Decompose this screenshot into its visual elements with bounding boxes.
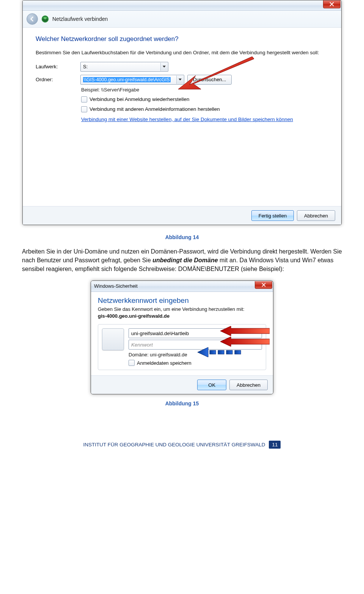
page-footer: INSTITUT FÜR GEOGRAPHIE UND GEOLOGIE UNI… [22,441,342,449]
svg-rect-2 [218,350,224,354]
security-heading: Netzwerkkennwort eingeben [98,296,266,305]
drive-value: S: [83,64,88,69]
reconnect-label: Verbindung bei Anmeldung wiederherstelle… [89,96,189,102]
website-link[interactable]: Verbindung mit einer Website herstellen,… [81,116,293,123]
credentials-box: uni-greifswald.de\Hartleib Kennwort Domä… [98,324,266,370]
annotation-arrow-folder [178,57,254,91]
windows-security-dialog: Windows-Sicherheit Netzwerkkennwort eing… [91,280,273,395]
svg-rect-3 [226,350,232,354]
back-button[interactable] [27,13,38,25]
svg-rect-1 [210,350,216,354]
wizard-body: Welcher Netzwerkordner soll zugeordnet w… [23,28,341,206]
footer-institute: INSTITUT FÜR GEOGRAPHIE UND GEOLOGIE UNI… [83,442,265,447]
folder-combobox[interactable]: \\GIS-4000.geo.uni-greifswald.de\ArcGIS [80,75,184,85]
close-icon [262,283,266,287]
instruction-paragraph: Arbeiten Sie in der Uni-Domäne und nutze… [22,247,342,274]
security-title: Windows-Sicherheit [94,283,138,289]
wizard-header: Netzlaufwerk verbinden [23,11,341,28]
annotation-arrow-username [220,326,270,336]
user-avatar-icon [102,328,124,350]
remember-label: Anmeldedaten speichern [137,360,191,366]
figure-caption-14: Abbildung 14 [22,234,342,240]
figure-caption-15: Abbildung 15 [22,400,342,407]
question-title: Welcher Netzwerkordner soll zugeordnet w… [36,35,328,43]
folder-label: Ordner: [36,77,80,82]
security-host: gis-4000.geo.uni-greifswald.de [98,313,266,319]
cancel-button[interactable]: Abbrechen [297,210,335,221]
folder-value: \\GIS-4000.geo.uni-greifswald.de\ArcGIS [83,77,171,82]
back-arrow-icon [30,16,35,22]
othercreds-checkbox[interactable] [81,106,87,112]
page-number: 11 [269,441,281,449]
close-icon [329,2,334,6]
drive-label: Laufwerk: [36,64,80,69]
reconnect-checkbox[interactable] [81,96,87,102]
network-drive-icon [41,15,49,23]
wizard-footer: Fertig stellen Abbrechen [23,206,341,225]
wizard-title: Netzlaufwerk verbinden [52,16,108,22]
titlebar[interactable] [23,0,341,11]
security-cancel-button[interactable]: Abbrechen [229,380,268,390]
othercreds-checkbox-row[interactable]: Verbindung mit anderen Anmeldeinformatio… [81,106,328,112]
map-network-drive-dialog: Netzlaufwerk verbinden Welcher Netzwerko… [22,0,342,225]
security-body: Netzwerkkennwort eingeben Geben Sie das … [91,292,273,376]
remember-checkbox-row[interactable]: Anmeldedaten speichern [129,360,262,366]
chevron-down-icon [163,66,166,68]
security-titlebar[interactable]: Windows-Sicherheit [91,281,273,292]
finish-button[interactable]: Fertig stellen [251,210,294,221]
security-close-button[interactable] [255,281,272,289]
remember-checkbox[interactable] [129,360,135,366]
drive-select[interactable]: S: [80,62,168,72]
svg-rect-4 [235,350,241,354]
drive-dropdown-button[interactable] [160,63,168,71]
close-button[interactable] [323,0,340,8]
security-subtext: Geben Sie das Kennwort ein, um eine Verb… [98,306,266,313]
annotation-arrow-password [220,337,270,347]
description-text: Bestimmen Sie den Laufwerkbuchstaben für… [36,49,328,57]
annotation-arrow-domain [198,347,243,357]
security-footer: OK Abbrechen [91,375,273,394]
ok-button[interactable]: OK [197,380,226,390]
othercreds-label: Verbindung mit anderen Anmeldeinformatio… [89,106,220,112]
reconnect-checkbox-row[interactable]: Verbindung bei Anmeldung wiederherstelle… [81,96,328,102]
